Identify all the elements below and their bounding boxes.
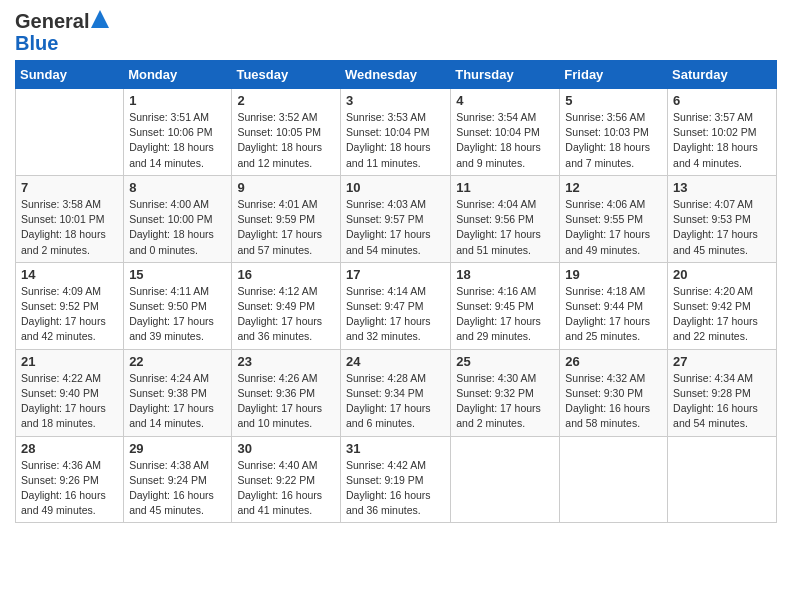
day-number: 1 xyxy=(129,93,226,108)
col-header-sunday: Sunday xyxy=(16,61,124,89)
calendar-cell: 1Sunrise: 3:51 AM Sunset: 10:06 PM Dayli… xyxy=(124,89,232,176)
calendar-cell: 23Sunrise: 4:26 AM Sunset: 9:36 PM Dayli… xyxy=(232,349,341,436)
day-info: Sunrise: 3:54 AM Sunset: 10:04 PM Daylig… xyxy=(456,110,554,171)
day-info: Sunrise: 4:04 AM Sunset: 9:56 PM Dayligh… xyxy=(456,197,554,258)
col-header-friday: Friday xyxy=(560,61,668,89)
day-info: Sunrise: 4:12 AM Sunset: 9:49 PM Dayligh… xyxy=(237,284,335,345)
calendar-cell: 19Sunrise: 4:18 AM Sunset: 9:44 PM Dayli… xyxy=(560,262,668,349)
day-number: 28 xyxy=(21,441,118,456)
calendar-cell: 12Sunrise: 4:06 AM Sunset: 9:55 PM Dayli… xyxy=(560,175,668,262)
calendar-cell: 26Sunrise: 4:32 AM Sunset: 9:30 PM Dayli… xyxy=(560,349,668,436)
day-info: Sunrise: 4:00 AM Sunset: 10:00 PM Daylig… xyxy=(129,197,226,258)
day-info: Sunrise: 4:11 AM Sunset: 9:50 PM Dayligh… xyxy=(129,284,226,345)
page-header: General Blue xyxy=(15,10,777,54)
day-number: 22 xyxy=(129,354,226,369)
calendar-week-4: 21Sunrise: 4:22 AM Sunset: 9:40 PM Dayli… xyxy=(16,349,777,436)
day-info: Sunrise: 4:09 AM Sunset: 9:52 PM Dayligh… xyxy=(21,284,118,345)
day-info: Sunrise: 4:26 AM Sunset: 9:36 PM Dayligh… xyxy=(237,371,335,432)
calendar-cell: 24Sunrise: 4:28 AM Sunset: 9:34 PM Dayli… xyxy=(340,349,450,436)
day-info: Sunrise: 4:16 AM Sunset: 9:45 PM Dayligh… xyxy=(456,284,554,345)
day-info: Sunrise: 4:20 AM Sunset: 9:42 PM Dayligh… xyxy=(673,284,771,345)
day-number: 3 xyxy=(346,93,445,108)
day-number: 10 xyxy=(346,180,445,195)
day-info: Sunrise: 4:07 AM Sunset: 9:53 PM Dayligh… xyxy=(673,197,771,258)
day-number: 14 xyxy=(21,267,118,282)
calendar-cell: 29Sunrise: 4:38 AM Sunset: 9:24 PM Dayli… xyxy=(124,436,232,523)
day-info: Sunrise: 4:24 AM Sunset: 9:38 PM Dayligh… xyxy=(129,371,226,432)
col-header-monday: Monday xyxy=(124,61,232,89)
calendar-cell xyxy=(668,436,777,523)
day-number: 30 xyxy=(237,441,335,456)
day-info: Sunrise: 4:22 AM Sunset: 9:40 PM Dayligh… xyxy=(21,371,118,432)
day-info: Sunrise: 4:30 AM Sunset: 9:32 PM Dayligh… xyxy=(456,371,554,432)
calendar-cell xyxy=(16,89,124,176)
day-number: 4 xyxy=(456,93,554,108)
day-number: 17 xyxy=(346,267,445,282)
day-number: 16 xyxy=(237,267,335,282)
day-info: Sunrise: 4:03 AM Sunset: 9:57 PM Dayligh… xyxy=(346,197,445,258)
day-info: Sunrise: 3:57 AM Sunset: 10:02 PM Daylig… xyxy=(673,110,771,171)
calendar-cell xyxy=(451,436,560,523)
calendar-week-2: 7Sunrise: 3:58 AM Sunset: 10:01 PM Dayli… xyxy=(16,175,777,262)
calendar-cell: 28Sunrise: 4:36 AM Sunset: 9:26 PM Dayli… xyxy=(16,436,124,523)
day-number: 25 xyxy=(456,354,554,369)
day-number: 31 xyxy=(346,441,445,456)
day-info: Sunrise: 3:53 AM Sunset: 10:04 PM Daylig… xyxy=(346,110,445,171)
calendar-cell xyxy=(560,436,668,523)
col-header-saturday: Saturday xyxy=(668,61,777,89)
day-number: 2 xyxy=(237,93,335,108)
day-number: 29 xyxy=(129,441,226,456)
calendar-cell: 3Sunrise: 3:53 AM Sunset: 10:04 PM Dayli… xyxy=(340,89,450,176)
day-info: Sunrise: 4:01 AM Sunset: 9:59 PM Dayligh… xyxy=(237,197,335,258)
calendar-cell: 4Sunrise: 3:54 AM Sunset: 10:04 PM Dayli… xyxy=(451,89,560,176)
calendar-cell: 20Sunrise: 4:20 AM Sunset: 9:42 PM Dayli… xyxy=(668,262,777,349)
day-number: 8 xyxy=(129,180,226,195)
calendar-cell: 16Sunrise: 4:12 AM Sunset: 9:49 PM Dayli… xyxy=(232,262,341,349)
day-info: Sunrise: 4:42 AM Sunset: 9:19 PM Dayligh… xyxy=(346,458,445,519)
logo-text: General Blue xyxy=(15,10,109,54)
day-info: Sunrise: 4:36 AM Sunset: 9:26 PM Dayligh… xyxy=(21,458,118,519)
day-number: 21 xyxy=(21,354,118,369)
calendar-table: SundayMondayTuesdayWednesdayThursdayFrid… xyxy=(15,60,777,523)
svg-marker-0 xyxy=(91,10,109,28)
day-info: Sunrise: 4:38 AM Sunset: 9:24 PM Dayligh… xyxy=(129,458,226,519)
calendar-cell: 21Sunrise: 4:22 AM Sunset: 9:40 PM Dayli… xyxy=(16,349,124,436)
day-number: 7 xyxy=(21,180,118,195)
day-number: 11 xyxy=(456,180,554,195)
day-number: 18 xyxy=(456,267,554,282)
calendar-cell: 2Sunrise: 3:52 AM Sunset: 10:05 PM Dayli… xyxy=(232,89,341,176)
day-number: 13 xyxy=(673,180,771,195)
day-info: Sunrise: 3:58 AM Sunset: 10:01 PM Daylig… xyxy=(21,197,118,258)
calendar-cell: 15Sunrise: 4:11 AM Sunset: 9:50 PM Dayli… xyxy=(124,262,232,349)
day-info: Sunrise: 4:34 AM Sunset: 9:28 PM Dayligh… xyxy=(673,371,771,432)
calendar-cell: 30Sunrise: 4:40 AM Sunset: 9:22 PM Dayli… xyxy=(232,436,341,523)
day-number: 26 xyxy=(565,354,662,369)
calendar-cell: 31Sunrise: 4:42 AM Sunset: 9:19 PM Dayli… xyxy=(340,436,450,523)
calendar-cell: 27Sunrise: 4:34 AM Sunset: 9:28 PM Dayli… xyxy=(668,349,777,436)
calendar-cell: 5Sunrise: 3:56 AM Sunset: 10:03 PM Dayli… xyxy=(560,89,668,176)
calendar-week-1: 1Sunrise: 3:51 AM Sunset: 10:06 PM Dayli… xyxy=(16,89,777,176)
day-number: 6 xyxy=(673,93,771,108)
logo: General Blue xyxy=(15,10,109,54)
calendar-cell: 9Sunrise: 4:01 AM Sunset: 9:59 PM Daylig… xyxy=(232,175,341,262)
day-info: Sunrise: 4:18 AM Sunset: 9:44 PM Dayligh… xyxy=(565,284,662,345)
day-info: Sunrise: 3:52 AM Sunset: 10:05 PM Daylig… xyxy=(237,110,335,171)
calendar-cell: 8Sunrise: 4:00 AM Sunset: 10:00 PM Dayli… xyxy=(124,175,232,262)
calendar-cell: 18Sunrise: 4:16 AM Sunset: 9:45 PM Dayli… xyxy=(451,262,560,349)
day-info: Sunrise: 4:40 AM Sunset: 9:22 PM Dayligh… xyxy=(237,458,335,519)
calendar-cell: 7Sunrise: 3:58 AM Sunset: 10:01 PM Dayli… xyxy=(16,175,124,262)
day-info: Sunrise: 4:14 AM Sunset: 9:47 PM Dayligh… xyxy=(346,284,445,345)
day-number: 23 xyxy=(237,354,335,369)
calendar-cell: 6Sunrise: 3:57 AM Sunset: 10:02 PM Dayli… xyxy=(668,89,777,176)
col-header-wednesday: Wednesday xyxy=(340,61,450,89)
calendar-cell: 17Sunrise: 4:14 AM Sunset: 9:47 PM Dayli… xyxy=(340,262,450,349)
day-number: 12 xyxy=(565,180,662,195)
day-number: 27 xyxy=(673,354,771,369)
calendar-cell: 11Sunrise: 4:04 AM Sunset: 9:56 PM Dayli… xyxy=(451,175,560,262)
calendar-cell: 22Sunrise: 4:24 AM Sunset: 9:38 PM Dayli… xyxy=(124,349,232,436)
day-number: 20 xyxy=(673,267,771,282)
calendar-week-5: 28Sunrise: 4:36 AM Sunset: 9:26 PM Dayli… xyxy=(16,436,777,523)
calendar-cell: 13Sunrise: 4:07 AM Sunset: 9:53 PM Dayli… xyxy=(668,175,777,262)
day-number: 9 xyxy=(237,180,335,195)
day-number: 5 xyxy=(565,93,662,108)
